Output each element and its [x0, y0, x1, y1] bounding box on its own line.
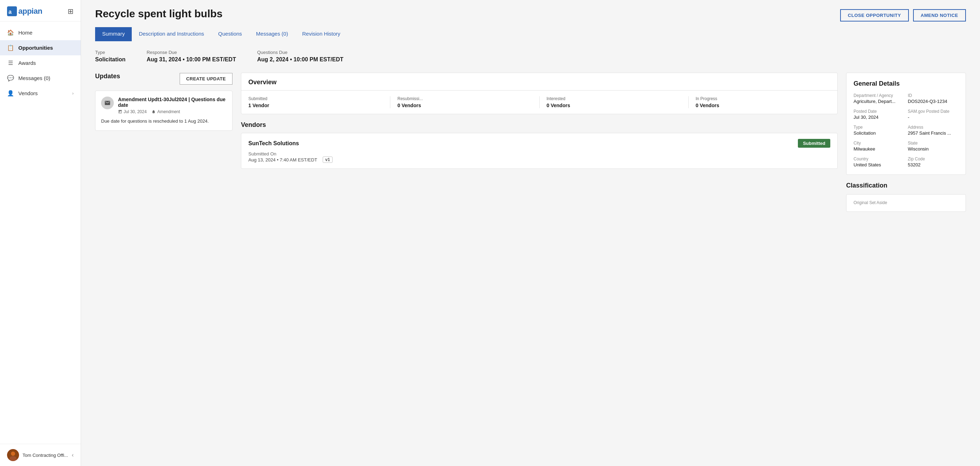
general-details-title: General Details — [854, 80, 959, 88]
overview-card: Overview Submitted 1 Vendor Resubmissi..… — [241, 73, 838, 114]
svg-point-3 — [11, 452, 15, 456]
vendor-name: SunTech Solutions — [248, 140, 299, 147]
appian-logo-text: appian — [18, 7, 42, 16]
update-type: Amendment — [151, 109, 180, 114]
tab-description[interactable]: Description and Instructions — [132, 27, 211, 41]
detail-posted-date-value: Jul 30, 2024 — [854, 115, 904, 120]
detail-address-value: 2957 Saint Francis ... — [908, 131, 959, 136]
sidebar-item-messages-label: Messages (0) — [18, 75, 50, 81]
messages-icon: 💬 — [7, 75, 14, 81]
updates-header: Updates CREATE UPDATE — [95, 73, 232, 85]
detail-sam-posted-date-label: SAM.gov Posted Date — [908, 109, 959, 114]
tab-questions[interactable]: Questions — [211, 27, 249, 41]
update-meta: Jul 30, 2024 Amendment — [118, 109, 226, 114]
detail-type-label: Type — [854, 125, 904, 130]
response-due-value: Aug 31, 2024 • 10:00 PM EST/EDT — [146, 56, 236, 63]
sidebar-footer[interactable]: Tom Contracting Offi... ‹ — [0, 444, 81, 466]
sidebar-item-vendors-label: Vendors — [18, 90, 38, 96]
stat-submitted: Submitted 1 Vendor — [248, 96, 390, 108]
detail-state-value: Wisconsin — [908, 146, 959, 152]
sidebar-header: a appian ⊞ — [0, 0, 81, 21]
tab-revision-history[interactable]: Revision History — [295, 27, 347, 41]
stat-resubmission-value: 0 Vendors — [397, 102, 532, 108]
detail-posted-date-label: Posted Date — [854, 109, 904, 114]
detail-country-label: Country — [854, 156, 904, 161]
stat-in-progress: In Progress 0 Vendors — [696, 96, 830, 108]
stat-resubmission-label: Resubmissi... — [397, 96, 532, 101]
details-column: General Details Department / Agency Agri… — [846, 73, 966, 212]
svg-point-4 — [10, 456, 17, 461]
overview-stats: Submitted 1 Vendor Resubmissi... 0 Vendo… — [241, 90, 837, 114]
type-value: Solicitation — [95, 56, 126, 63]
sidebar-item-messages[interactable]: 💬 Messages (0) — [0, 70, 81, 86]
nav-items: 🏠 Home 📋 Opportunities ☰ Awards 💬 Messag… — [0, 21, 81, 444]
sidebar-item-vendors[interactable]: 👤 Vendors › — [0, 86, 81, 101]
page-header: Recycle spent light bulbs CLOSE OPPORTUN… — [81, 0, 980, 21]
stat-submitted-value: 1 Vendor — [248, 102, 383, 108]
detail-country-value: United States — [854, 162, 904, 168]
detail-grid: Department / Agency Agriculture, Depart.… — [854, 93, 959, 168]
classification-title: Classification — [846, 182, 966, 189]
vendor-card: SunTech Solutions Submitted Submitted On… — [241, 133, 838, 169]
sidebar-item-awards[interactable]: ☰ Awards — [0, 55, 81, 70]
update-date: Jul 30, 2024 — [118, 109, 146, 114]
home-icon: 🏠 — [7, 29, 14, 36]
type-label: Type — [95, 50, 126, 55]
svg-text:a: a — [8, 9, 12, 15]
opportunities-icon: 📋 — [7, 45, 14, 51]
page-title: Recycle spent light bulbs — [95, 8, 223, 20]
amend-notice-button[interactable]: AMEND NOTICE — [913, 9, 966, 21]
update-card: Amendment Updt1-30Jul2024 | Questions du… — [95, 91, 232, 131]
detail-sam-posted-date-value: - — [908, 115, 959, 120]
update-header-row: Amendment Updt1-30Jul2024 | Questions du… — [101, 97, 226, 114]
close-opportunity-button[interactable]: CLOSE OPPORTUNITY — [840, 9, 909, 21]
detail-id-label: ID — [908, 93, 959, 98]
update-title: Amendment Updt1-30Jul2024 | Questions du… — [118, 97, 226, 108]
detail-id-value: DOS2024-Q3-1234 — [908, 99, 959, 104]
overview-vendors-column: Overview Submitted 1 Vendor Resubmissi..… — [241, 73, 838, 169]
detail-city-label: City — [854, 140, 904, 145]
detail-address: Address 2957 Saint Francis ... — [908, 125, 959, 136]
detail-country: Country United States — [854, 156, 904, 168]
detail-type-value: Solicitation — [854, 131, 904, 136]
detail-zip: Zip Code 53202 — [908, 156, 959, 168]
update-avatar-icon — [101, 97, 114, 109]
detail-city: City Milwaukee — [854, 140, 904, 152]
tabs: Summary Description and Instructions Que… — [81, 21, 980, 41]
vendors-icon: 👤 — [7, 90, 14, 97]
sidebar-item-home[interactable]: 🏠 Home — [0, 25, 81, 40]
awards-icon: ☰ — [7, 59, 14, 66]
questions-due-label: Questions Due — [257, 50, 344, 55]
appian-logo-icon: a — [7, 6, 17, 16]
vendor-row: SunTech Solutions Submitted — [248, 139, 830, 148]
detail-sam-posted-date: SAM.gov Posted Date - — [908, 109, 959, 120]
sidebar: a appian ⊞ 🏠 Home 📋 Opportunities ☰ Awar… — [0, 0, 81, 466]
header-buttons: CLOSE OPPORTUNITY AMEND NOTICE — [840, 9, 966, 21]
sidebar-item-awards-label: Awards — [18, 60, 36, 66]
grid-icon[interactable]: ⊞ — [68, 7, 74, 16]
original-set-aside-label: Original Set Aside — [854, 200, 959, 205]
sidebar-item-opportunities-label: Opportunities — [18, 45, 53, 51]
update-text: Amendment Updt1-30Jul2024 | Questions du… — [118, 97, 226, 114]
vendor-status-badge: Submitted — [798, 139, 830, 148]
info-row: Type Solicitation Response Due Aug 31, 2… — [95, 50, 966, 63]
vendors-section-title: Vendors — [241, 121, 838, 129]
detail-posted-date: Posted Date Jul 30, 2024 — [854, 109, 904, 120]
collapse-sidebar-button[interactable]: ‹ — [72, 452, 74, 458]
main-content: Recycle spent light bulbs CLOSE OPPORTUN… — [81, 0, 980, 466]
detail-id: ID DOS2024-Q3-1234 — [908, 93, 959, 104]
questions-due-value: Aug 2, 2024 • 10:00 PM EST/EDT — [257, 56, 344, 63]
tab-messages[interactable]: Messages (0) — [249, 27, 295, 41]
response-due-label: Response Due — [146, 50, 236, 55]
detail-department-label: Department / Agency — [854, 93, 904, 98]
tab-summary[interactable]: Summary — [95, 27, 132, 41]
avatar — [7, 449, 19, 461]
sidebar-item-opportunities[interactable]: 📋 Opportunities — [0, 40, 81, 55]
detail-zip-label: Zip Code — [908, 156, 959, 161]
vendor-sub-row: Aug 13, 2024 • 7:40 AM EST/EDT v1 — [248, 156, 830, 163]
create-update-button[interactable]: CREATE UPDATE — [180, 73, 232, 85]
stat-in-progress-value: 0 Vendors — [696, 102, 830, 108]
content-area: Type Solicitation Response Due Aug 31, 2… — [81, 41, 980, 466]
detail-type: Type Solicitation — [854, 125, 904, 136]
general-details-card: General Details Department / Agency Agri… — [846, 73, 966, 175]
